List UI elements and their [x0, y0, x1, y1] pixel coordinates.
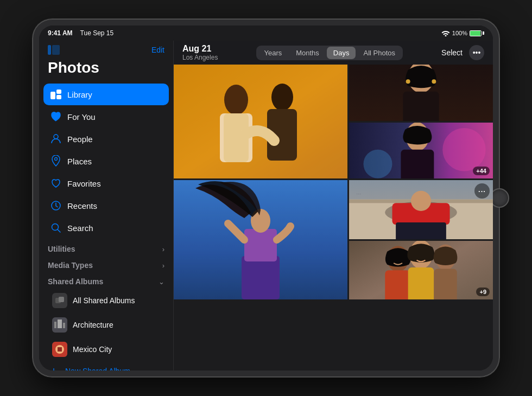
view-months-btn[interactable]: Months — [289, 47, 326, 59]
photo-badge-44: +44 — [473, 167, 490, 175]
sidebar-header: Edit — [39, 41, 173, 57]
view-all-photos-btn[interactable]: All Photos — [357, 47, 402, 59]
all-shared-albums-label: All Shared Albums — [73, 296, 135, 305]
sidebar-item-favorites[interactable]: Favorites — [43, 173, 169, 194]
sidebar-navigation: Library For You — [39, 83, 173, 371]
svg-rect-28 — [403, 92, 439, 121]
svg-point-30 — [432, 79, 436, 84]
sidebar-item-search[interactable]: Search — [43, 217, 169, 239]
library-label: Library — [67, 90, 92, 99]
svg-rect-39 — [244, 229, 277, 261]
photo-woman-colorful[interactable]: +44 — [349, 123, 493, 179]
new-album-plus-icon: + — [48, 365, 60, 371]
people-label: People — [67, 135, 93, 144]
svg-rect-14 — [63, 323, 65, 328]
svg-point-29 — [406, 79, 410, 84]
svg-rect-10 — [59, 297, 64, 302]
svg-rect-4 — [56, 95, 61, 99]
svg-rect-35 — [401, 149, 434, 178]
more-button[interactable]: ••• — [469, 45, 484, 60]
photo-rooftop[interactable]: ··· ··· — [349, 180, 493, 239]
svg-point-46 — [411, 191, 431, 211]
svg-point-33 — [364, 149, 392, 178]
select-button[interactable]: Select — [441, 48, 463, 57]
svg-rect-3 — [56, 90, 61, 94]
sidebar-toggle-icon[interactable] — [48, 45, 60, 55]
wifi-icon — [441, 30, 450, 36]
svg-rect-55 — [434, 269, 457, 299]
battery-icon — [470, 30, 484, 36]
sidebar-item-all-shared-albums[interactable]: All Shared Albums — [43, 289, 169, 312]
svg-rect-25 — [174, 65, 347, 178]
aug21-photo-row: +44 — [174, 65, 493, 178]
svg-point-32 — [442, 128, 486, 171]
main-photo-area: Aug 21 Los Angeles Years Months Days All… — [174, 41, 493, 371]
sidebar-item-for-you[interactable]: For You — [43, 106, 169, 127]
svg-rect-0 — [48, 45, 51, 55]
svg-rect-38 — [242, 256, 280, 299]
sidebar: Edit Photos Library — [39, 41, 174, 371]
mexico-city-label: Mexico City — [73, 345, 112, 354]
photo-three-friends[interactable]: +9 — [349, 241, 493, 300]
utilities-section-header[interactable]: Utilities › — [39, 239, 173, 256]
svg-rect-13 — [58, 320, 62, 328]
media-types-chevron: › — [162, 261, 164, 270]
media-types-title: Media Types — [48, 261, 93, 270]
edit-button[interactable]: Edit — [151, 46, 164, 54]
sidebar-item-mexico-city[interactable]: Mexico City — [43, 337, 169, 361]
app-content: Edit Photos Library — [39, 41, 493, 371]
new-shared-album-label: New Shared Album — [65, 367, 130, 371]
sidebar-item-recents[interactable]: Recents — [43, 195, 169, 216]
toolbar-right: Select ••• — [441, 45, 484, 60]
favorites-label: Favorites — [67, 179, 101, 188]
photo-toolbar: Aug 21 Los Angeles Years Months Days All… — [174, 41, 493, 65]
utilities-title: Utilities — [48, 245, 75, 253]
library-icon — [50, 88, 62, 100]
status-icons: 100% — [441, 30, 484, 36]
places-label: Places — [67, 157, 92, 166]
shared-albums-chevron: ⌄ — [159, 278, 164, 286]
media-types-section-header[interactable]: Media Types › — [39, 256, 173, 272]
battery-percentage: 100% — [452, 30, 467, 36]
svg-text:···: ··· — [356, 190, 361, 197]
photo-more-badge-rooftop: ··· — [474, 183, 490, 199]
search-icon — [50, 222, 62, 234]
for-you-label: For You — [67, 112, 96, 122]
view-years-btn[interactable]: Years — [257, 47, 288, 59]
photo-badge-9: +9 — [476, 288, 490, 296]
favorites-icon — [50, 177, 62, 189]
aug31-photo-row: ··· ··· — [174, 180, 493, 299]
photo-grid: +44 — [174, 65, 493, 371]
svg-rect-12 — [54, 322, 56, 328]
photo-couple[interactable] — [174, 65, 347, 178]
sidebar-item-architecture[interactable]: Architecture — [43, 313, 169, 337]
view-days-btn[interactable]: Days — [327, 47, 356, 59]
sidebar-item-people[interactable]: People — [43, 128, 169, 150]
architecture-label: Architecture — [73, 321, 113, 329]
search-label: Search — [67, 223, 93, 233]
places-icon — [50, 155, 62, 167]
sidebar-item-places[interactable]: Places — [43, 150, 169, 172]
view-controls: Years Months Days All Photos — [256, 46, 403, 60]
more-dots-icon: ••• — [473, 48, 481, 57]
sidebar-item-library[interactable]: Library — [43, 84, 169, 105]
svg-rect-17 — [58, 347, 62, 352]
svg-rect-47 — [396, 222, 446, 239]
svg-rect-53 — [408, 267, 434, 299]
svg-point-5 — [54, 135, 58, 139]
mexico-city-thumb — [52, 342, 67, 357]
ipad-frame: 9:41 AM Tue Sep 15 100% — [33, 19, 499, 377]
recents-label: Recents — [67, 201, 97, 210]
aug21-section: +44 — [174, 65, 493, 178]
svg-rect-51 — [385, 270, 410, 299]
recents-icon — [50, 200, 62, 212]
shared-albums-title: Shared Albums — [48, 277, 103, 286]
new-shared-album-item[interactable]: + New Shared Album — [39, 362, 173, 371]
status-time: 9:41 AM — [48, 29, 73, 37]
more-dots: ··· — [478, 187, 486, 195]
status-bar: 9:41 AM Tue Sep 15 100% — [39, 25, 493, 41]
current-location-label: Los Angeles — [182, 54, 218, 61]
photo-hair-flip[interactable] — [174, 180, 347, 299]
shared-albums-section-header[interactable]: Shared Albums ⌄ — [39, 272, 173, 288]
photo-woman-portrait[interactable] — [349, 65, 493, 121]
